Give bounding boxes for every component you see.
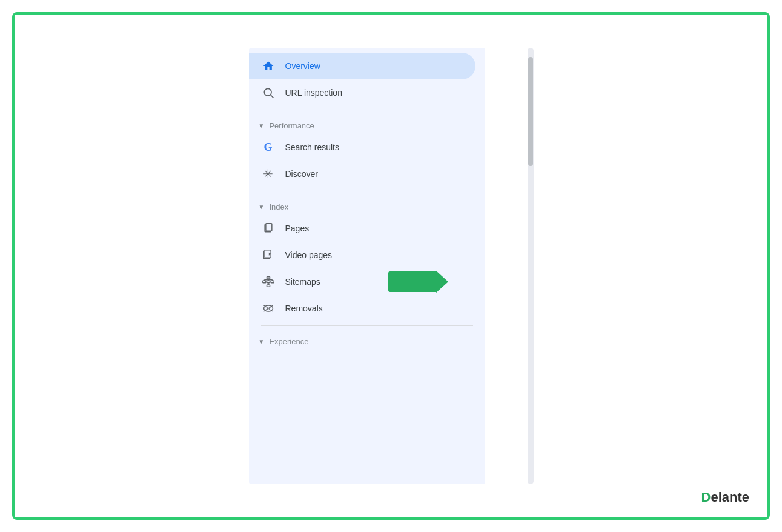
divider-1	[261, 110, 473, 110]
chevron-down-icon-2: ▼	[259, 204, 265, 210]
scrollbar-thumb[interactable]	[528, 57, 533, 166]
svg-rect-8	[267, 277, 270, 279]
scrollbar[interactable]	[528, 48, 534, 484]
sidebar-item-label: Overview	[285, 61, 320, 71]
index-section-header[interactable]: ▼ Index	[249, 195, 485, 215]
experience-section-header[interactable]: ▼ Experience	[249, 330, 485, 350]
outer-border: Overview URL inspection ▼ Performance	[12, 12, 770, 520]
pages-label: Pages	[285, 224, 310, 233]
removals-icon	[261, 301, 276, 316]
sidebar-item-removals[interactable]: Removals	[249, 295, 475, 322]
google-g-icon: G	[261, 140, 276, 155]
svg-line-1	[270, 95, 273, 98]
logo-rest: elante	[711, 490, 749, 505]
svg-rect-11	[271, 281, 274, 282]
performance-label: Performance	[269, 121, 314, 130]
svg-rect-3	[265, 224, 271, 231]
sidebar-item-pages[interactable]: Pages	[249, 215, 475, 242]
sidebar-item-sitemaps[interactable]: Sitemaps	[249, 268, 475, 295]
chevron-down-icon-3: ▼	[259, 338, 265, 345]
search-results-label: Search results	[285, 142, 339, 152]
delante-logo: Delante	[701, 490, 749, 505]
sitemaps-label: Sitemaps	[285, 277, 320, 287]
logo-d: D	[701, 490, 711, 505]
svg-rect-10	[267, 281, 270, 282]
arrow-annotation	[388, 271, 485, 292]
sidebar-item-discover[interactable]: ✳ Discover	[249, 161, 475, 187]
video-pages-label: Video pages	[285, 250, 333, 260]
sidebar-wrapper: Overview URL inspection ▼ Performance	[249, 48, 534, 484]
divider-3	[261, 325, 473, 326]
sidebar: Overview URL inspection ▼ Performance	[249, 48, 485, 484]
url-inspection-label: URL inspection	[285, 88, 342, 98]
sidebar-item-overview[interactable]: Overview	[249, 53, 475, 79]
svg-point-0	[264, 88, 271, 96]
index-label: Index	[269, 202, 288, 211]
search-icon	[261, 85, 276, 100]
sidebar-item-search-results[interactable]: G Search results	[249, 134, 475, 161]
divider-2	[261, 191, 473, 191]
discover-icon: ✳	[261, 167, 276, 181]
pages-icon	[261, 221, 276, 236]
discover-label: Discover	[285, 169, 318, 179]
sitemaps-icon	[261, 274, 276, 289]
chevron-down-icon: ▼	[259, 122, 265, 129]
performance-section-header[interactable]: ▼ Performance	[249, 114, 485, 134]
experience-label: Experience	[269, 337, 308, 346]
video-pages-icon	[261, 248, 276, 262]
home-icon	[261, 59, 276, 73]
removals-label: Removals	[285, 304, 323, 313]
svg-rect-9	[262, 281, 265, 282]
sidebar-item-video-pages[interactable]: Video pages	[249, 242, 475, 268]
svg-rect-16	[267, 285, 270, 287]
sidebar-item-url-inspection[interactable]: URL inspection	[249, 79, 475, 106]
